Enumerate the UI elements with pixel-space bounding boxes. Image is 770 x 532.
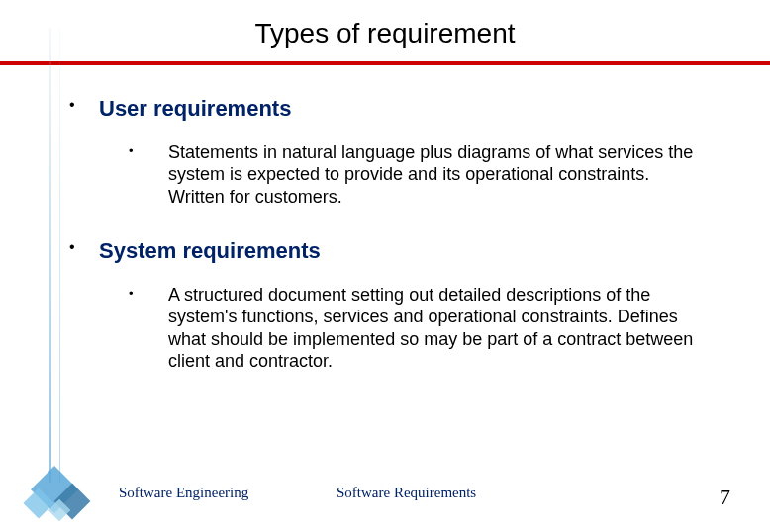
footer-left-text: Software Engineering (119, 485, 248, 501)
sub-text: Statements in natural language plus diag… (168, 141, 721, 209)
page-number: 7 (720, 485, 730, 510)
main-bullet-item: • System requirements (69, 237, 721, 266)
sub-bullet-item: • Statements in natural language plus di… (129, 141, 721, 209)
bullet-icon: • (129, 141, 168, 209)
sub-bullet-item: • A structured document setting out deta… (129, 284, 721, 373)
main-bullet-item: • User requirements (69, 95, 721, 124)
main-heading: System requirements (99, 237, 721, 266)
bullet-icon: • (69, 95, 99, 124)
footer-center-text: Software Requirements (337, 485, 476, 501)
sub-text: A structured document setting out detail… (168, 284, 721, 373)
bullet-icon: • (69, 237, 99, 266)
main-heading: User requirements (99, 95, 721, 124)
slide-content: • User requirements • Statements in natu… (0, 65, 770, 373)
bullet-icon: • (129, 284, 168, 373)
slide-footer: Software Engineering Software Requiremen… (0, 485, 770, 514)
slide-title: Types of requirement (0, 0, 770, 61)
